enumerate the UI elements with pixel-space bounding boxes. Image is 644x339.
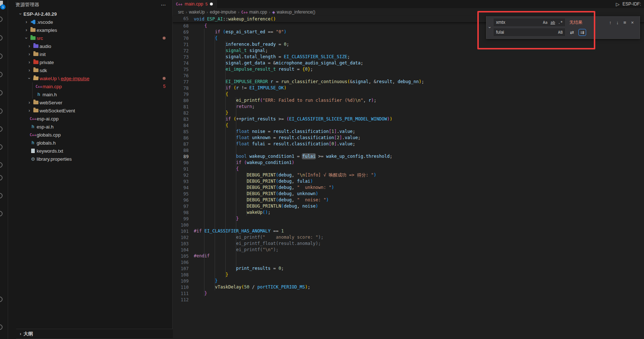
code-line-93[interactable]: 93 DEBUG_PRINT(debug, fulai) — [173, 178, 644, 185]
breadcrumb-item[interactable]: wakeUp — [189, 10, 205, 15]
tree-item--vscode[interactable]: ›.vscode — [8, 18, 172, 26]
activity-icon[interactable] — [0, 211, 3, 216]
code-line-99[interactable]: 99 } — [173, 216, 644, 222]
line-number[interactable]: 70 — [173, 36, 189, 41]
chevron-down-icon[interactable]: › — [23, 36, 29, 41]
replace-all-icon[interactable]: ⇉ — [578, 29, 586, 36]
line-number[interactable]: 69 — [173, 30, 189, 35]
line-number[interactable]: 88 — [173, 148, 189, 153]
line-number[interactable]: 85 — [173, 129, 189, 134]
line-number[interactable]: 84 — [173, 123, 189, 128]
code-line-71[interactable]: 71 inference.buf_ready = 0; — [173, 41, 644, 48]
line-number[interactable]: 87 — [173, 142, 189, 147]
line-number[interactable]: 82 — [173, 111, 189, 116]
line-number[interactable]: 95 — [173, 191, 189, 197]
replace-input[interactable] — [496, 30, 556, 35]
line-number[interactable]: 80 — [173, 98, 189, 103]
dirty-dot-icon[interactable] — [210, 3, 213, 5]
code-editor[interactable]: 68 {69 if (esp_ai_start_ed == "0")70 {71… — [173, 23, 644, 339]
breadcrumb-item[interactable]: ◈wakeup_inference() — [272, 10, 315, 15]
line-number[interactable]: 99 — [173, 216, 189, 221]
code-line-98[interactable]: 98 wakeUp(); — [173, 209, 644, 216]
code-line-83[interactable]: 83 if (++print_results >= (EI_CLASSIFIER… — [173, 116, 644, 122]
code-line-106[interactable]: 106 — [173, 259, 644, 265]
line-number[interactable]: 101 — [173, 229, 189, 234]
code-line-78[interactable]: 78 if (r != EI_IMPULSE_OK) — [173, 85, 644, 91]
code-line-101[interactable]: 101#if EI_CLASSIFIER_HAS_ANOMALY == 1 — [173, 228, 644, 234]
tree-item-globals-h[interactable]: ›hglobals.h — [8, 139, 172, 147]
activity-icon[interactable] — [0, 16, 3, 22]
code-line-104[interactable]: 104 ei_printf("\n"); — [173, 247, 644, 253]
line-number[interactable]: 73 — [173, 55, 189, 60]
code-line-90[interactable]: 90 if (wakeup_condition1) — [173, 160, 644, 166]
activity-icon[interactable] — [0, 72, 3, 77]
line-number[interactable]: 89 — [173, 154, 189, 159]
code-line-75[interactable]: 75 ei_impulse_result_t result = {0}; — [173, 66, 644, 72]
line-number[interactable]: 98 — [173, 210, 189, 215]
line-number[interactable]: 91 — [173, 167, 189, 172]
tree-item-main-h[interactable]: ›hmain.h — [8, 90, 172, 98]
tree-item-library-properties[interactable]: ›⚙library.properties — [8, 155, 172, 163]
line-number[interactable]: 90 — [173, 160, 189, 165]
code-line-79[interactable]: 79 { — [173, 91, 644, 97]
line-number[interactable]: 112 — [173, 297, 189, 302]
tree-item-esp-ai-cpp[interactable]: ›C++esp-ai.cpp — [8, 115, 172, 123]
tree-item-esp-ai-h[interactable]: ›hesp-ai.h — [8, 123, 172, 131]
code-line-81[interactable]: 81 return; — [173, 104, 644, 110]
line-number[interactable]: 92 — [173, 173, 189, 178]
line-number[interactable]: 75 — [173, 67, 189, 72]
chevron-right-icon[interactable]: › — [26, 100, 32, 105]
chevron-right-icon[interactable]: › — [23, 27, 29, 33]
code-line-88[interactable]: 88 — [173, 147, 644, 153]
line-number[interactable]: 77 — [173, 79, 189, 85]
tree-item-audio[interactable]: ›audio — [8, 42, 172, 50]
line-number[interactable]: 83 — [173, 117, 189, 122]
activity-icon[interactable] — [0, 35, 3, 41]
line-number[interactable]: 102 — [173, 235, 189, 240]
line-number[interactable]: 108 — [173, 272, 189, 277]
code-line-95[interactable]: 95 DEBUG_PRINT(debug, unknown) — [173, 191, 644, 197]
chevron-right-icon[interactable]: › — [26, 68, 32, 73]
line-number[interactable]: 106 — [173, 260, 189, 265]
activity-icon[interactable] — [0, 90, 3, 96]
code-line-100[interactable]: 100 — [173, 222, 644, 228]
line-number[interactable]: 110 — [173, 285, 189, 290]
code-line-74[interactable]: 74 signal.get_data = &microphone_audio_s… — [173, 60, 644, 66]
whole-word-icon[interactable]: ab — [549, 20, 556, 25]
code-line-89[interactable]: 89 bool wakeup_condition1 = fulai >= wak… — [173, 153, 644, 160]
line-number[interactable]: 93 — [173, 179, 189, 184]
code-line-72[interactable]: 72 signal_t signal; — [173, 48, 644, 54]
tree-item-private[interactable]: ›private — [8, 58, 172, 66]
breadcrumb-item[interactable]: C++main.cpp — [241, 10, 267, 15]
next-match-icon[interactable]: ↓ — [616, 20, 619, 25]
line-number[interactable]: 71 — [173, 42, 189, 47]
line-number[interactable]: 74 — [173, 61, 189, 66]
code-line-80[interactable]: 80 ei_printf("ERR: Failed to run classif… — [173, 97, 644, 104]
code-line-85[interactable]: 85 float noise = result.classification[1… — [173, 128, 644, 135]
code-line-84[interactable]: 84 { — [173, 122, 644, 128]
tree-item-main-cpp[interactable]: ›C++main.cpp5 — [8, 82, 172, 90]
line-number[interactable]: 76 — [173, 73, 189, 78]
code-line-105[interactable]: 105#endif — [173, 253, 644, 259]
tree-root[interactable]: › ESP-AI-2.40.29 — [8, 10, 172, 18]
tree-item-init[interactable]: ›init — [8, 50, 172, 58]
code-line-112[interactable]: 112 — [173, 297, 644, 303]
line-number[interactable]: 78 — [173, 86, 189, 91]
match-case-icon[interactable]: Aa — [542, 20, 549, 25]
tree-item-globals-cpp[interactable]: ›C++globals.cpp — [8, 131, 172, 139]
activity-icon[interactable] — [0, 126, 3, 132]
tree-item-src[interactable]: ›src — [8, 34, 172, 42]
line-number[interactable]: 107 — [173, 266, 189, 271]
preserve-case-icon[interactable]: AB — [557, 30, 564, 35]
find-in-selection-icon[interactable]: ≡ — [623, 20, 626, 25]
chevron-right-icon[interactable]: › — [26, 44, 32, 49]
code-line-110[interactable]: 110 vTaskDelay(50 / portTICK_PERIOD_MS); — [173, 284, 644, 290]
chevron-right-icon[interactable]: › — [26, 108, 32, 113]
find-input[interactable] — [496, 20, 541, 25]
chevron-down-icon[interactable]: › — [26, 76, 32, 81]
regex-icon[interactable]: .* — [557, 20, 564, 25]
line-number[interactable]: 111 — [173, 291, 189, 296]
line-number[interactable]: 94 — [173, 185, 189, 190]
activity-icon[interactable] — [0, 175, 3, 180]
activity-icon[interactable] — [0, 53, 3, 59]
